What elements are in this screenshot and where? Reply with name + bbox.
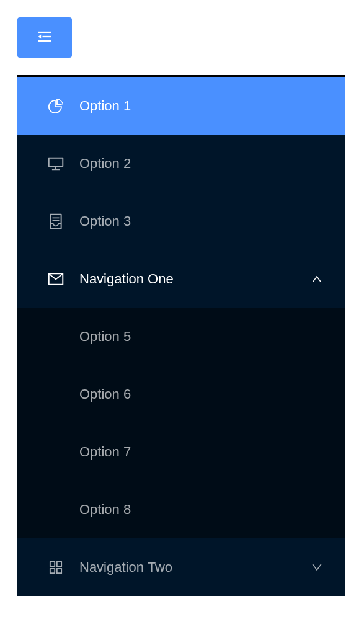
menu-item-label: Option 7 (79, 444, 323, 460)
menu-item-option-1[interactable]: Option 1 (17, 77, 345, 135)
menu-item-option-5[interactable]: Option 5 (17, 308, 345, 365)
menu-item-option-7[interactable]: Option 7 (17, 423, 345, 481)
menu-item-option-3[interactable]: Option 3 (17, 192, 345, 250)
submenu-label: Navigation Two (79, 559, 311, 575)
menu-item-label: Option 2 (79, 156, 323, 172)
menu-item-option-8[interactable]: Option 8 (17, 481, 345, 538)
menu-item-label: Option 1 (79, 98, 323, 114)
chevron-down-icon (311, 561, 323, 574)
desktop-icon (47, 155, 64, 172)
submenu-label: Navigation One (79, 271, 311, 287)
menu-fold-icon (36, 28, 53, 47)
submenu-navigation-one[interactable]: Navigation One (17, 250, 345, 308)
menu-item-label: Option 3 (79, 213, 323, 229)
submenu-navigation-two[interactable]: Navigation Two (17, 538, 345, 596)
menu-item-label: Option 6 (79, 386, 323, 402)
chevron-up-icon (311, 273, 323, 285)
menu-item-label: Option 8 (79, 502, 323, 518)
container-icon (47, 213, 64, 230)
pie-chart-icon (47, 97, 64, 115)
appstore-icon (47, 559, 64, 576)
menu-item-option-2[interactable]: Option 2 (17, 135, 345, 192)
sidebar-menu: Option 1 Option 2 Option 3 Navigation On… (17, 75, 345, 596)
mail-icon (47, 270, 64, 288)
submenu-navigation-one-items: Option 5 Option 6 Option 7 Option 8 (17, 308, 345, 538)
menu-item-label: Option 5 (79, 329, 323, 345)
menu-item-option-6[interactable]: Option 6 (17, 365, 345, 423)
menu-collapse-button[interactable] (17, 17, 72, 58)
